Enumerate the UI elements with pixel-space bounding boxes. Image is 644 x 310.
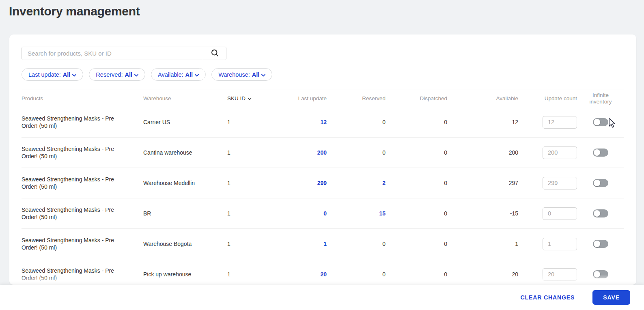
filter-available[interactable]: Available: All [151, 68, 206, 81]
toggle-knob [594, 149, 600, 156]
page-title: Inventory management [9, 4, 140, 18]
product-name: Seaweed Strengthening Masks - Pre Order!… [22, 267, 120, 282]
sku-id-value: 1 [222, 180, 266, 186]
search-bar [22, 47, 226, 60]
infinite-inventory-cell [577, 270, 624, 278]
filter-value: All [252, 71, 260, 78]
available-value: 1 [447, 241, 518, 247]
update-count-input[interactable] [543, 177, 577, 189]
chevron-down-icon [72, 71, 76, 78]
column-header-sku-id: SKU ID [227, 95, 246, 101]
table-row: Seaweed Strengthening Masks - Pre Order!… [22, 138, 624, 168]
toggle-knob [594, 241, 600, 247]
table-row: Seaweed Strengthening Masks - Pre Order!… [22, 259, 624, 285]
update-count-cell [518, 116, 577, 129]
filter-label: Reserved: [96, 71, 123, 78]
infinite-inventory-toggle[interactable] [593, 179, 608, 187]
filter-value: All [63, 71, 71, 78]
filter-label: Warehouse: [218, 71, 250, 78]
warehouse-name: Carrier US [143, 119, 222, 125]
infinite-inventory-cell [577, 179, 624, 187]
last-update-link[interactable]: 0 [266, 210, 327, 217]
sku-id-value: 1 [222, 149, 266, 156]
infinite-inventory-toggle[interactable] [593, 118, 608, 126]
infinite-inventory-toggle[interactable] [593, 240, 608, 248]
product-name: Seaweed Strengthening Masks - Pre Order!… [22, 176, 120, 191]
dispatched-value: 0 [386, 241, 447, 247]
reserved-link[interactable]: 15 [327, 210, 386, 217]
infinite-inventory-toggle[interactable] [593, 209, 608, 217]
search-button[interactable] [203, 47, 226, 60]
dispatched-value: 0 [386, 149, 447, 156]
infinite-inventory-cell [577, 209, 624, 217]
column-header-last-update: Last update [266, 95, 327, 101]
product-name: Seaweed Strengthening Masks - Pre Order!… [22, 237, 120, 252]
update-count-input[interactable] [543, 116, 577, 129]
update-count-input[interactable] [543, 238, 577, 250]
column-header-update-count: Update count [518, 95, 577, 101]
toggle-knob [594, 271, 600, 278]
column-header-available: Available [447, 95, 518, 101]
column-header-reserved: Reserved [327, 95, 386, 101]
chevron-down-icon [261, 71, 265, 78]
product-name: Seaweed Strengthening Masks - Pre Order!… [22, 145, 120, 160]
update-count-cell [518, 268, 577, 281]
clear-changes-button[interactable]: CLEAR CHANGES [520, 294, 575, 301]
table-row: Seaweed Strengthening Masks - Pre Order!… [22, 198, 624, 229]
infinite-inventory-toggle[interactable] [593, 270, 608, 278]
infinite-inventory-cell [577, 118, 624, 126]
update-count-cell [518, 238, 577, 250]
search-input[interactable] [22, 47, 203, 60]
chevron-down-icon [195, 71, 199, 78]
filter-value: All [185, 71, 193, 78]
warehouse-name: Pick up warehouse [143, 271, 222, 278]
column-header-dispatched: Dispatched [386, 95, 447, 101]
last-update-link[interactable]: 1 [266, 241, 327, 247]
available-value: -15 [447, 210, 518, 217]
last-update-link[interactable]: 200 [266, 149, 327, 156]
last-update-link[interactable]: 12 [266, 119, 327, 125]
filter-bar: Last update: All Reserved: All Available… [22, 68, 624, 81]
toggle-knob [594, 210, 600, 217]
dispatched-value: 0 [386, 119, 447, 125]
chevron-down-icon [134, 71, 138, 78]
infinite-inventory-toggle[interactable] [593, 149, 608, 157]
update-count-input[interactable] [543, 207, 577, 220]
sort-chevron-down-icon [248, 95, 252, 101]
reserved-value: 0 [327, 241, 386, 247]
search-icon [211, 49, 219, 58]
last-update-link[interactable]: 20 [266, 271, 327, 278]
update-count-cell [518, 146, 577, 159]
table-body: Seaweed Strengthening Masks - Pre Order!… [22, 107, 624, 285]
filter-last-update[interactable]: Last update: All [22, 68, 83, 81]
reserved-link[interactable]: 2 [327, 180, 386, 186]
last-update-link[interactable]: 299 [266, 180, 327, 186]
update-count-input[interactable] [543, 146, 577, 159]
available-value: 200 [447, 149, 518, 156]
table-header: Products Warehouse SKU ID Last update Re… [22, 90, 624, 107]
warehouse-name: Cantina warehouse [143, 149, 222, 156]
reserved-value: 0 [327, 149, 386, 156]
filter-warehouse[interactable]: Warehouse: All [211, 68, 272, 81]
dispatched-value: 0 [386, 210, 447, 217]
update-count-input[interactable] [543, 268, 577, 281]
warehouse-name: Warehouse Medellin [143, 180, 222, 186]
column-header-sku-id-sort[interactable]: SKU ID [222, 95, 266, 101]
table-row: Seaweed Strengthening Masks - Pre Order!… [22, 107, 624, 138]
table-row: Seaweed Strengthening Masks - Pre Order!… [22, 168, 624, 198]
filter-label: Last update: [28, 71, 61, 78]
action-bar: CLEAR CHANGES SAVE [0, 285, 644, 310]
warehouse-name: BR [143, 210, 222, 217]
sku-id-value: 1 [222, 271, 266, 278]
dispatched-value: 0 [386, 180, 447, 186]
toggle-knob [594, 119, 600, 125]
dispatched-value: 0 [386, 271, 447, 278]
inventory-table: Products Warehouse SKU ID Last update Re… [22, 90, 624, 285]
available-value: 297 [447, 180, 518, 186]
product-name: Seaweed Strengthening Masks - Pre Order!… [22, 115, 120, 130]
column-header-products: Products [22, 95, 143, 101]
save-button[interactable]: SAVE [592, 290, 630, 305]
update-count-cell [518, 207, 577, 220]
update-count-cell [518, 177, 577, 189]
filter-reserved[interactable]: Reserved: All [89, 68, 145, 81]
